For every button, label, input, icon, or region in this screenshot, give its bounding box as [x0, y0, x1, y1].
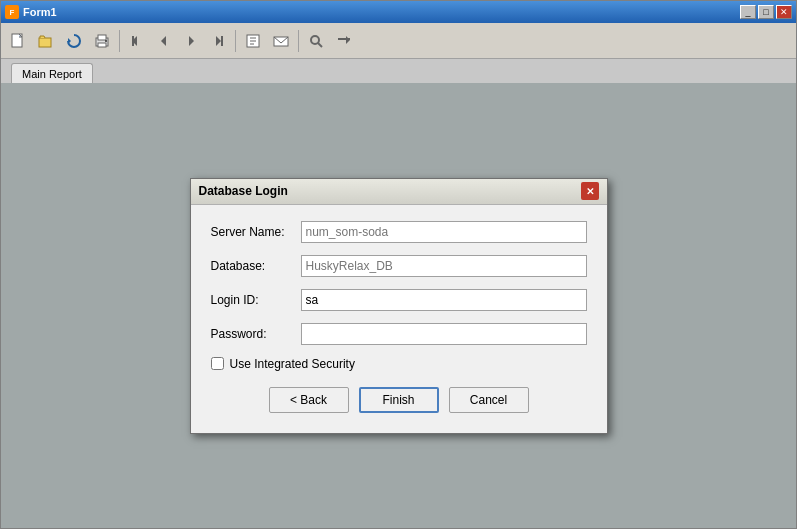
- main-window: F Form1 _ □ ✕: [0, 0, 797, 529]
- svg-rect-5: [98, 43, 106, 47]
- nav-next-button[interactable]: [178, 28, 204, 54]
- svg-marker-10: [189, 36, 194, 46]
- dialog-close-button[interactable]: ✕: [581, 182, 599, 200]
- password-input[interactable]: [301, 323, 587, 345]
- title-bar-left: F Form1: [5, 5, 57, 19]
- database-login-dialog: Database Login ✕ Server Name: Database:: [190, 178, 608, 434]
- window-icon: F: [5, 5, 19, 19]
- print-preview-button[interactable]: [89, 28, 115, 54]
- back-button[interactable]: < Back: [269, 387, 349, 413]
- server-name-input[interactable]: [301, 221, 587, 243]
- export-button[interactable]: [240, 28, 266, 54]
- database-label: Database:: [211, 259, 301, 273]
- finish-button[interactable]: Finish: [359, 387, 439, 413]
- nav-last-button[interactable]: [205, 28, 231, 54]
- svg-rect-4: [98, 35, 106, 40]
- database-input[interactable]: [301, 255, 587, 277]
- more-button[interactable]: [331, 28, 357, 54]
- title-bar: F Form1 _ □ ✕: [1, 1, 796, 23]
- tab-label: Main Report: [22, 68, 82, 80]
- title-bar-controls: _ □ ✕: [740, 5, 792, 19]
- window-title: Form1: [23, 6, 57, 18]
- nav-prev-button[interactable]: [151, 28, 177, 54]
- server-name-label: Server Name:: [211, 225, 301, 239]
- integrated-security-row: Use Integrated Security: [211, 357, 587, 371]
- dialog-title-bar: Database Login ✕: [191, 179, 607, 205]
- svg-marker-11: [216, 36, 221, 46]
- integrated-security-label[interactable]: Use Integrated Security: [230, 357, 355, 371]
- login-id-label: Login ID:: [211, 293, 301, 307]
- svg-line-19: [318, 43, 322, 47]
- minimize-button[interactable]: _: [740, 5, 756, 19]
- search-button[interactable]: [303, 28, 329, 54]
- main-content: Database Login ✕ Server Name: Database:: [1, 83, 796, 528]
- email-button[interactable]: [268, 28, 294, 54]
- svg-point-6: [105, 40, 107, 42]
- dialog-overlay: Database Login ✕ Server Name: Database:: [1, 83, 796, 528]
- open-button[interactable]: [33, 28, 59, 54]
- toolbar-separator-3: [298, 30, 299, 52]
- dialog-body: Server Name: Database: Login ID:: [191, 205, 607, 433]
- svg-marker-21: [346, 36, 350, 44]
- toolbar-separator-2: [235, 30, 236, 52]
- toolbar-separator-1: [119, 30, 120, 52]
- svg-rect-12: [221, 36, 223, 46]
- tab-bar: Main Report: [1, 59, 796, 83]
- password-row: Password:: [211, 323, 587, 345]
- refresh-button[interactable]: [61, 28, 87, 54]
- nav-first-button[interactable]: [124, 28, 150, 54]
- password-label: Password:: [211, 327, 301, 341]
- login-id-input[interactable]: [301, 289, 587, 311]
- login-id-row: Login ID:: [211, 289, 587, 311]
- maximize-button[interactable]: □: [758, 5, 774, 19]
- svg-marker-9: [161, 36, 166, 46]
- main-report-tab[interactable]: Main Report: [11, 63, 93, 83]
- svg-rect-8: [132, 36, 134, 46]
- toolbar: [1, 23, 796, 59]
- dialog-title: Database Login: [199, 184, 288, 198]
- nav-group: [124, 28, 231, 54]
- window-close-button[interactable]: ✕: [776, 5, 792, 19]
- svg-rect-1: [39, 38, 51, 47]
- cancel-button[interactable]: Cancel: [449, 387, 529, 413]
- dialog-buttons: < Back Finish Cancel: [211, 387, 587, 417]
- svg-point-18: [311, 36, 319, 44]
- integrated-security-checkbox[interactable]: [211, 357, 224, 370]
- database-row: Database:: [211, 255, 587, 277]
- svg-marker-2: [68, 38, 71, 44]
- new-button[interactable]: [5, 28, 31, 54]
- server-name-row: Server Name:: [211, 221, 587, 243]
